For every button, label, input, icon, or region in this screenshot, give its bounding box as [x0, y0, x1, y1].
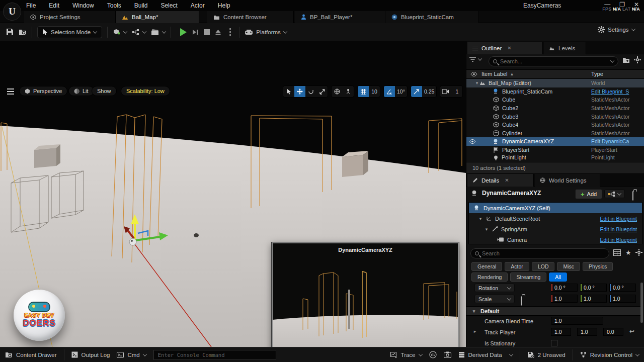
content-drawer-button[interactable]: Content Drawer — [5, 351, 57, 358]
details-scrollbar[interactable] — [640, 283, 643, 323]
outliner-row-cube2[interactable]: Cube2 StaticMeshActor — [466, 104, 644, 113]
chip-all[interactable]: All — [549, 273, 567, 282]
lit-mode-dropdown[interactable]: Lit — [68, 86, 94, 96]
outliner-column-headers[interactable]: Item Label ▲ Type — [466, 69, 644, 78]
tab-content-browser[interactable]: Content Browser — [207, 11, 294, 23]
outliner-row-world[interactable]: ▾ Ball_Map (Editor) World — [466, 79, 644, 87]
lock-details-icon[interactable] — [632, 191, 633, 201]
insights-button[interactable] — [429, 351, 437, 358]
outliner-row-playerstart[interactable]: PlayerStart PlayerStart — [466, 146, 644, 154]
move-tool-button[interactable] — [294, 86, 305, 97]
tab-project-settings[interactable]: Project Settings — [24, 11, 116, 23]
stop-button[interactable] — [204, 29, 210, 35]
outliner-search[interactable] — [489, 56, 618, 66]
revision-control-dropdown[interactable]: Revision Control — [580, 351, 639, 358]
outliner-filter-button[interactable] — [469, 57, 481, 62]
rotation-mode-dropdown[interactable]: Rotation — [474, 284, 515, 292]
visibility-eye-icon[interactable] — [469, 139, 476, 144]
outliner-search-input[interactable] — [500, 58, 608, 64]
component-row-springarm[interactable]: ▾ SpringArm Edit in Blueprint — [469, 224, 642, 234]
cmd-dropdown[interactable]: Cmd — [117, 352, 146, 358]
reset-to-default-icon[interactable]: ↩ — [629, 328, 634, 335]
rotation-z-field[interactable]: 0.0 ° — [609, 284, 636, 292]
create-folder-button[interactable] — [622, 57, 630, 63]
scale-lock-icon[interactable] — [521, 296, 522, 306]
settings-dropdown[interactable]: Settings — [598, 26, 635, 33]
edit-in-blueprint-link[interactable]: Edit in Blueprint — [600, 216, 637, 222]
chip-physics[interactable]: Physics — [583, 262, 613, 271]
surface-snapping-button[interactable] — [343, 86, 354, 97]
cinematics-dropdown[interactable] — [151, 29, 166, 36]
tab-outliner[interactable]: Outliner✕ — [467, 42, 543, 54]
menu-edit[interactable]: Edit — [49, 2, 59, 9]
camera-blend-time-field[interactable]: 1.0 — [551, 317, 603, 325]
grid-snap-value[interactable]: 10 — [369, 86, 380, 97]
chip-actor[interactable]: Actor — [505, 262, 529, 271]
chip-misc[interactable]: Misc — [557, 262, 580, 271]
tab-details[interactable]: Details✕ — [467, 174, 534, 187]
platforms-dropdown[interactable]: Platforms — [245, 29, 287, 35]
edit-in-blueprint-link[interactable]: Edit in Blueprint — [600, 237, 637, 243]
world-coordinate-button[interactable] — [332, 86, 343, 97]
outliner-row-cylinder[interactable]: Cylinder StaticMeshActor — [466, 129, 644, 138]
play-button[interactable] — [180, 28, 187, 36]
tab-levels[interactable]: Levels — [544, 42, 586, 54]
tab-blueprint-staticcam[interactable]: Blueprint_StaticCam — [385, 11, 479, 23]
is-stationary-checkbox[interactable] — [551, 340, 557, 346]
menu-select[interactable]: Select — [160, 2, 177, 9]
trace-dropdown[interactable]: Trace — [390, 352, 422, 358]
tab-world-settings[interactable]: World Settings — [535, 174, 600, 187]
scale-z-field[interactable]: 1.0 — [609, 295, 636, 303]
snapshot-button[interactable] — [444, 351, 451, 358]
save-button[interactable] — [6, 28, 14, 36]
add-actor-dropdown[interactable] — [113, 28, 127, 36]
outliner-row-cube[interactable]: Cube StaticMeshActor — [466, 96, 644, 104]
rotate-tool-button[interactable] — [305, 86, 316, 97]
outliner-row-blueprint-staticcam[interactable]: Blueprint_StaticCam Edit Blueprint_S — [466, 87, 644, 96]
unsaved-changes-button[interactable]: 2 Unsaved — [527, 351, 566, 358]
viewport-options-menu[interactable] — [7, 88, 14, 92]
tab-ball-map[interactable]: Ball_Map* — [116, 11, 199, 23]
default-section-header[interactable]: ▾Default — [466, 306, 641, 316]
play-options-kebab[interactable] — [226, 31, 234, 33]
show-flags-dropdown[interactable]: Show — [92, 86, 117, 96]
blueprints-dropdown[interactable] — [132, 29, 146, 36]
scale-mode-dropdown[interactable]: Scale — [474, 295, 515, 303]
chip-rendering[interactable]: Rendering — [471, 273, 508, 282]
unreal-logo-icon[interactable]: U — [3, 3, 21, 21]
scale-snap-toggle[interactable] — [411, 86, 422, 97]
tab-bp-ball-player[interactable]: BP_Ball_Player* — [295, 11, 385, 23]
display-options-button[interactable] — [613, 249, 621, 256]
chip-general[interactable]: General — [471, 262, 502, 271]
track-player-y-field[interactable]: 1.0 — [577, 328, 597, 336]
skip-to-frame-button[interactable] — [192, 29, 199, 36]
perspective-dropdown[interactable]: Perspective — [19, 86, 67, 96]
details-search[interactable] — [470, 248, 609, 258]
blueprint-convert-dropdown[interactable] — [604, 190, 625, 198]
output-log-button[interactable]: Output Log — [71, 351, 110, 358]
edit-in-blueprint-link[interactable]: Edit in Blueprint — [600, 226, 637, 232]
details-settings-button[interactable] — [635, 249, 642, 256]
selection-mode-dropdown[interactable]: Selection Mode — [37, 26, 102, 38]
outliner-row-cube3[interactable]: Cube3 StaticMeshActor — [466, 112, 644, 121]
scale-snap-value[interactable]: 0.25 — [422, 86, 436, 97]
derived-data-dropdown[interactable]: Derived Data — [458, 351, 513, 358]
scale-y-field[interactable]: 1.0 — [580, 295, 607, 303]
outliner-row-dynamiccameraxyz[interactable]: DynamicCameraXYZ Edit DynamicCa — [466, 137, 644, 146]
console-command-field[interactable] — [153, 350, 276, 360]
camera-speed-value[interactable]: 1 — [451, 86, 462, 97]
search-options-chevron[interactable] — [610, 58, 614, 62]
eject-button[interactable] — [215, 29, 221, 35]
menu-actor[interactable]: Actor — [191, 2, 205, 9]
menu-help[interactable]: Help — [218, 2, 230, 9]
close-tab-icon[interactable]: ✕ — [505, 177, 509, 183]
menu-build[interactable]: Build — [134, 2, 148, 9]
details-search-input[interactable] — [482, 250, 605, 256]
close-tab-icon[interactable]: ✕ — [507, 45, 511, 51]
menu-window[interactable]: Window — [72, 2, 94, 9]
menu-tools[interactable]: Tools — [107, 2, 121, 9]
component-row-self[interactable]: DynamicCameraXYZ (Self) — [469, 203, 642, 213]
edit-blueprint-link[interactable]: Edit DynamicCa — [591, 138, 643, 144]
scale-tool-button[interactable] — [316, 86, 328, 97]
rotation-snap-value[interactable]: 10° — [395, 86, 407, 97]
